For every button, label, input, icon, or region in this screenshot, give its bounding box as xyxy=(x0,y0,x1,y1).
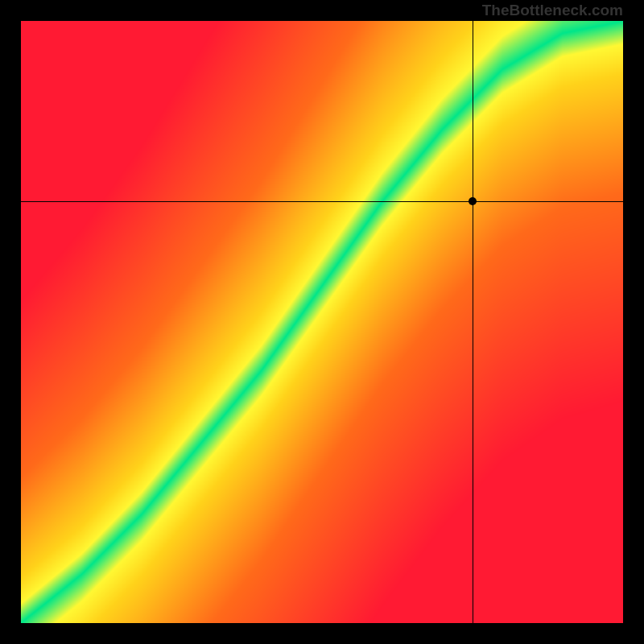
heatmap-canvas xyxy=(21,21,623,623)
position-marker xyxy=(469,197,477,205)
crosshair-vertical xyxy=(473,21,473,623)
heatmap-chart xyxy=(21,21,623,623)
watermark-label: TheBottleneck.com xyxy=(482,2,623,19)
crosshair-horizontal xyxy=(21,201,623,202)
